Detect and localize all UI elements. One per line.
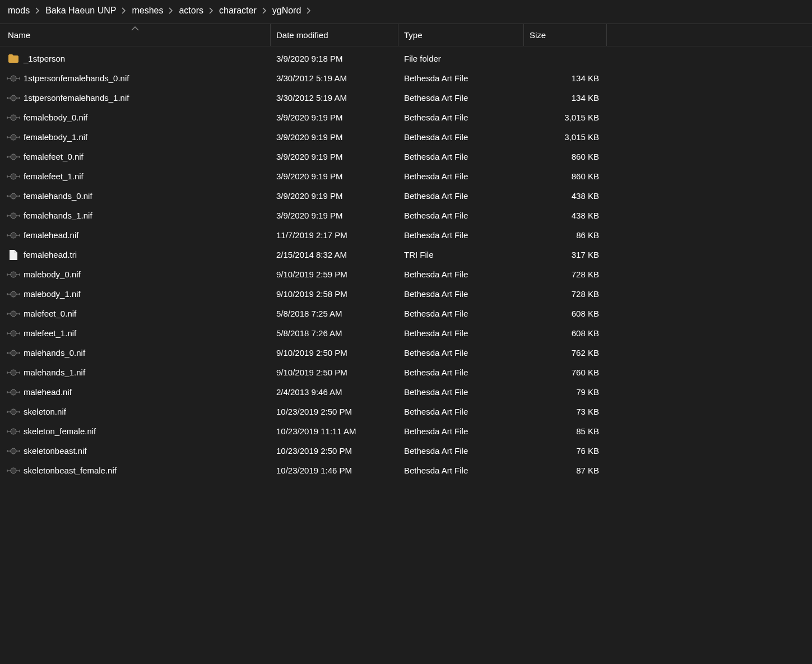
bethesda-art-file-icon: [6, 387, 21, 398]
file-date-cell: 3/9/2020 9:19 PM: [271, 132, 398, 142]
chevron-right-icon[interactable]: [35, 7, 40, 14]
breadcrumb-item[interactable]: actors: [179, 6, 203, 16]
file-row[interactable]: femalefeet_1.nif3/9/2020 9:19 PMBethesda…: [0, 166, 812, 186]
file-icon: [8, 249, 19, 261]
bethesda-art-file-icon: [6, 132, 21, 143]
svg-point-6: [11, 193, 16, 199]
file-row[interactable]: femalehands_0.nif3/9/2020 9:19 PMBethesd…: [0, 186, 812, 206]
file-name-cell: malefeet_0.nif: [0, 308, 271, 319]
file-type-cell: Bethesda Art File: [398, 309, 524, 318]
column-header-date[interactable]: Date modified: [271, 24, 398, 46]
file-row[interactable]: 1stpersonfemalehands_0.nif3/30/2012 5:19…: [0, 68, 812, 88]
file-type-cell: Bethesda Art File: [398, 73, 524, 83]
file-row[interactable]: 1stpersonfemalehands_1.nif3/30/2012 5:19…: [0, 88, 812, 108]
file-list: _1stperson3/9/2020 9:18 PMFile folder1st…: [0, 47, 812, 480]
svg-point-12: [11, 331, 16, 336]
file-row[interactable]: femalebody_1.nif3/9/2020 9:19 PMBethesda…: [0, 127, 812, 147]
file-row[interactable]: skeletonbeast_female.nif10/23/2019 1:46 …: [0, 461, 812, 480]
svg-point-3: [11, 134, 16, 140]
svg-point-7: [11, 213, 16, 219]
file-name-cell: skeleton.nif: [0, 406, 271, 417]
chevron-right-icon[interactable]: [122, 7, 126, 14]
column-header-type-label: Type: [404, 30, 423, 40]
bethesda-art-file-icon: [6, 269, 21, 280]
column-header-name[interactable]: Name: [0, 24, 271, 46]
file-row[interactable]: malebody_1.nif9/10/2019 2:58 PMBethesda …: [0, 284, 812, 304]
file-row[interactable]: malehands_0.nif9/10/2019 2:50 PMBethesda…: [0, 343, 812, 363]
file-row[interactable]: malehands_1.nif9/10/2019 2:50 PMBethesda…: [0, 363, 812, 382]
file-name-cell: skeletonbeast_female.nif: [0, 465, 271, 476]
file-name-cell: femalehands_0.nif: [0, 191, 271, 202]
file-name-cell: femalehead.tri: [0, 249, 271, 261]
file-size-cell: 85 KB: [524, 426, 607, 436]
breadcrumb-item[interactable]: mods: [8, 6, 30, 16]
file-type-cell: Bethesda Art File: [398, 171, 524, 181]
breadcrumb-item[interactable]: character: [219, 6, 257, 16]
file-name-cell: femalehead.nif: [0, 230, 271, 241]
svg-point-9: [11, 272, 16, 277]
chevron-right-icon[interactable]: [307, 7, 311, 14]
chevron-right-icon[interactable]: [209, 7, 214, 14]
column-header-size[interactable]: Size: [524, 24, 607, 46]
file-name-cell: malehands_0.nif: [0, 347, 271, 359]
file-row[interactable]: skeleton_female.nif10/23/2019 11:11 AMBe…: [0, 421, 812, 441]
file-row[interactable]: femalefeet_0.nif3/9/2020 9:19 PMBethesda…: [0, 147, 812, 166]
file-type-cell: Bethesda Art File: [398, 426, 524, 436]
file-type-cell: Bethesda Art File: [398, 407, 524, 416]
file-row[interactable]: skeletonbeast.nif10/23/2019 2:50 PMBethe…: [0, 441, 812, 461]
file-row[interactable]: femalebody_0.nif3/9/2020 9:19 PMBethesda…: [0, 108, 812, 127]
file-name-label: malefeet_0.nif: [24, 309, 76, 318]
file-name-label: femalehands_1.nif: [24, 211, 92, 220]
file-type-cell: Bethesda Art File: [398, 368, 524, 377]
file-type-cell: Bethesda Art File: [398, 230, 524, 240]
file-name-label: femalehead.tri: [24, 250, 77, 259]
file-row[interactable]: femalehands_1.nif3/9/2020 9:19 PMBethesd…: [0, 206, 812, 225]
file-size-cell: 608 KB: [524, 328, 607, 338]
bethesda-art-file-icon: [6, 465, 21, 476]
file-row[interactable]: malefeet_1.nif5/8/2018 7:26 AMBethesda A…: [0, 323, 812, 343]
file-name-label: 1stpersonfemalehands_1.nif: [24, 93, 129, 103]
file-size-cell: 728 KB: [524, 289, 607, 299]
svg-point-16: [11, 409, 16, 415]
file-name-label: malefeet_1.nif: [24, 328, 76, 338]
file-size-cell: 134 KB: [524, 73, 607, 83]
file-name-label: malebody_0.nif: [24, 270, 81, 279]
bethesda-art-file-icon: [6, 308, 21, 319]
breadcrumb-item[interactable]: Baka Haeun UNP: [45, 6, 116, 16]
file-type-cell: TRI File: [398, 250, 524, 259]
column-header-type[interactable]: Type: [398, 24, 524, 46]
svg-point-8: [11, 233, 16, 238]
chevron-right-icon[interactable]: [169, 7, 173, 14]
file-size-cell: 438 KB: [524, 191, 607, 201]
file-row[interactable]: skeleton.nif10/23/2019 2:50 PMBethesda A…: [0, 402, 812, 421]
bethesda-art-file-icon: [6, 171, 21, 182]
file-name-label: malehead.nif: [24, 387, 72, 397]
file-row[interactable]: malebody_0.nif9/10/2019 2:59 PMBethesda …: [0, 264, 812, 284]
file-name-label: malehands_0.nif: [24, 348, 85, 357]
breadcrumb-item[interactable]: meshes: [132, 6, 163, 16]
file-row[interactable]: femalehead.tri2/15/2014 8:32 AMTRI File3…: [0, 245, 812, 264]
chevron-right-icon[interactable]: [262, 7, 267, 14]
file-type-cell: Bethesda Art File: [398, 270, 524, 279]
file-name-label: malehands_1.nif: [24, 368, 85, 377]
file-name-label: 1stpersonfemalehands_0.nif: [24, 73, 129, 83]
file-name-cell: malefeet_1.nif: [0, 328, 271, 339]
file-date-cell: 3/9/2020 9:19 PM: [271, 211, 398, 220]
breadcrumb-item[interactable]: ygNord: [272, 6, 301, 16]
file-name-label: skeletonbeast_female.nif: [24, 466, 117, 475]
file-row[interactable]: malefeet_0.nif5/8/2018 7:25 AMBethesda A…: [0, 304, 812, 323]
svg-point-11: [11, 311, 16, 317]
bethesda-art-file-icon: [6, 230, 21, 241]
file-date-cell: 5/8/2018 7:26 AM: [271, 328, 398, 338]
file-name-cell: 1stpersonfemalehands_1.nif: [0, 92, 271, 104]
file-row[interactable]: _1stperson3/9/2020 9:18 PMFile folder: [0, 49, 812, 68]
file-row[interactable]: femalehead.nif11/7/2019 2:17 PMBethesda …: [0, 225, 812, 245]
file-row[interactable]: malehead.nif2/4/2013 9:46 AMBethesda Art…: [0, 382, 812, 402]
file-date-cell: 11/7/2019 2:17 PM: [271, 230, 398, 240]
svg-point-15: [11, 389, 16, 395]
file-name-cell: malebody_0.nif: [0, 269, 271, 280]
bethesda-art-file-icon: [6, 426, 21, 437]
file-type-cell: Bethesda Art File: [398, 466, 524, 475]
bethesda-art-file-icon: [6, 112, 21, 123]
file-type-cell: Bethesda Art File: [398, 348, 524, 357]
